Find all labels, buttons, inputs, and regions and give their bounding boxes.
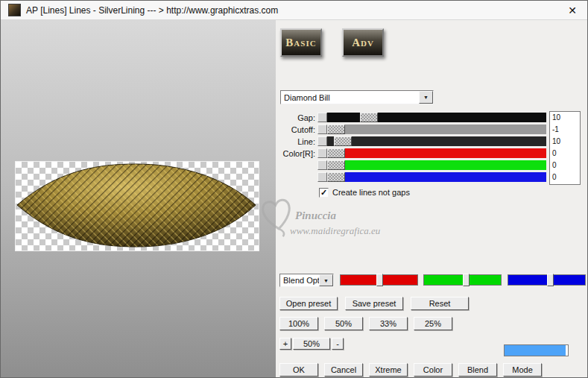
param-row-line: Line:: [276, 136, 547, 146]
slider-rail[interactable]: [327, 160, 546, 170]
param-row-gap: Gap:: [276, 113, 547, 122]
checkbox-label: Create lines not gaps: [332, 188, 410, 197]
slider-thumb[interactable]: [547, 274, 554, 286]
save-preset-button[interactable]: Save preset: [345, 297, 403, 310]
mode-button[interactable]: Mode: [503, 363, 542, 377]
color-g-value[interactable]: 0: [550, 160, 580, 171]
blend-options-dropdown[interactable]: Blend Opti ▼: [279, 274, 334, 287]
blend-blue-slider[interactable]: [508, 274, 586, 286]
param-row-color-g: [276, 160, 547, 170]
slider-rail[interactable]: [327, 136, 546, 146]
cutoff-slider[interactable]: [317, 125, 546, 134]
gap-value[interactable]: 10: [550, 112, 580, 124]
progress-fill: [505, 345, 566, 356]
zoom-in-button[interactable]: +: [279, 338, 291, 350]
slider-end-button[interactable]: [317, 172, 327, 182]
color-r-slider[interactable]: [317, 148, 546, 158]
param-row-color-b: [276, 172, 547, 182]
slider-rail[interactable]: [327, 172, 546, 182]
slider-rail[interactable]: [327, 148, 546, 158]
chevron-down-icon[interactable]: ▼: [419, 91, 433, 104]
slider-thumb[interactable]: [463, 274, 470, 286]
ok-button[interactable]: OK: [279, 363, 318, 377]
zoom-50-button[interactable]: 50%: [324, 317, 363, 330]
preview-pane: [1, 20, 276, 378]
param-value-column: 10 -1 10 0 0 0: [549, 111, 581, 185]
xtreme-button[interactable]: Xtreme: [369, 363, 408, 377]
slider-thumb[interactable]: [327, 125, 345, 134]
zoom-25-button[interactable]: 25%: [414, 317, 452, 330]
progress-bar: [504, 344, 569, 356]
slider-end-button[interactable]: [317, 136, 327, 146]
slider-rail[interactable]: [327, 125, 546, 134]
slider-thumb[interactable]: [327, 160, 345, 170]
preset-dropdown[interactable]: Diamond Bill ▼: [280, 90, 434, 104]
tab-basic[interactable]: Basic: [280, 28, 322, 57]
controls-panel: Basic Adv Diamond Bill ▼ Gap: Cutoff:: [276, 20, 588, 378]
color-g-slider[interactable]: [317, 160, 546, 170]
slider-end-button[interactable]: [317, 125, 327, 134]
slider-thumb[interactable]: [327, 148, 345, 158]
zoom-100-button[interactable]: 100%: [279, 317, 318, 330]
reset-button[interactable]: Reset: [411, 297, 469, 310]
color-r-value[interactable]: 0: [550, 148, 580, 160]
param-label: Cutoff:: [276, 125, 315, 134]
lens-preview-graphic: [16, 162, 257, 249]
check-icon: ✓: [320, 189, 327, 197]
color-b-slider[interactable]: [317, 172, 546, 182]
preset-dropdown-value: Diamond Bill: [281, 93, 419, 102]
close-button[interactable]: ✕: [565, 4, 580, 17]
blend-button[interactable]: Blend: [458, 363, 497, 377]
cancel-button[interactable]: Cancel: [324, 363, 363, 377]
plugin-window: AP [Lines] Lines - SilverLining --- > ht…: [0, 0, 588, 378]
slider-end-button[interactable]: [317, 148, 327, 158]
color-button[interactable]: Color: [414, 363, 452, 377]
create-lines-option[interactable]: ✓ Create lines not gaps: [319, 187, 410, 198]
open-preset-button[interactable]: Open preset: [279, 297, 338, 310]
blend-options-value: Blend Opti: [280, 276, 319, 285]
slider-thumb[interactable]: [360, 113, 378, 122]
param-row-cutoff: Cutoff:: [276, 125, 547, 134]
titlebar[interactable]: AP [Lines] Lines - SilverLining --- > ht…: [1, 1, 587, 20]
preview-image[interactable]: [15, 161, 259, 251]
blend-green-slider[interactable]: [423, 274, 502, 286]
slider-rail[interactable]: [327, 113, 546, 122]
tab-adv[interactable]: Adv: [342, 28, 384, 57]
gap-slider[interactable]: [317, 113, 546, 122]
slider-end-button[interactable]: [317, 113, 327, 122]
slider-end-button[interactable]: [317, 160, 327, 170]
zoom-33-button[interactable]: 33%: [369, 317, 408, 330]
param-label: Line:: [276, 137, 315, 146]
slider-thumb[interactable]: [327, 172, 345, 182]
checkbox[interactable]: ✓: [319, 188, 329, 198]
slider-thumb[interactable]: [334, 136, 352, 146]
cutoff-value[interactable]: -1: [550, 124, 580, 136]
param-row-color-r: Color[R]:: [276, 148, 547, 158]
line-slider[interactable]: [317, 136, 546, 146]
param-label: Color[R]:: [276, 149, 315, 158]
app-icon: [8, 4, 21, 16]
chevron-down-icon[interactable]: ▼: [319, 274, 333, 286]
zoom-level-display[interactable]: 50%: [293, 338, 330, 350]
param-label: Gap:: [276, 113, 315, 122]
slider-thumb[interactable]: [376, 274, 383, 286]
color-b-value[interactable]: 0: [550, 171, 580, 183]
blend-red-slider[interactable]: [340, 274, 418, 286]
line-value[interactable]: 10: [550, 136, 580, 148]
window-title: AP [Lines] Lines - SilverLining --- > ht…: [26, 5, 278, 16]
zoom-out-button[interactable]: -: [332, 338, 344, 350]
